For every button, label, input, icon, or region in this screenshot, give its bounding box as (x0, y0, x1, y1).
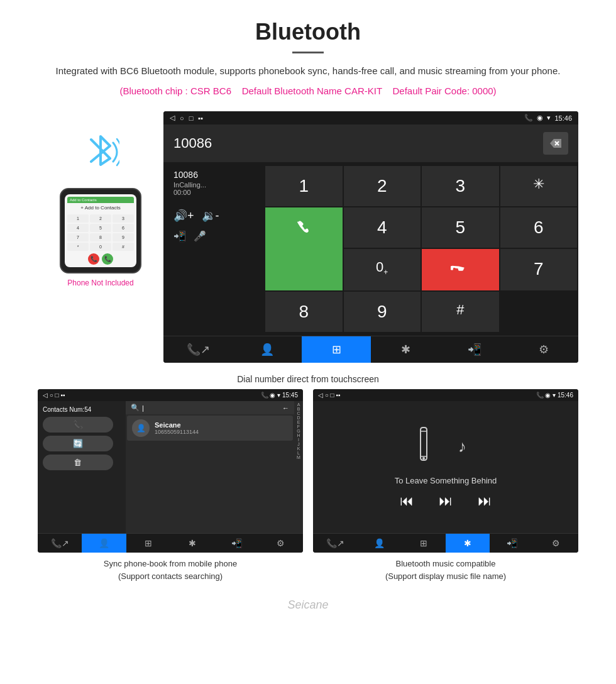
music-caption-line2: (Support display music file name) (313, 570, 578, 583)
default-name: Default Bluetooth Name CAR-KIT (242, 86, 382, 96)
svg-text:♪: ♪ (458, 437, 466, 456)
alpha-h[interactable]: H (297, 433, 300, 438)
phone-not-included-label: Phone Not Included (67, 279, 133, 287)
nav-keypad[interactable]: ⊞ (302, 336, 371, 363)
contact-number: 10655059113144 (155, 429, 199, 435)
svg-point-5 (422, 457, 425, 460)
music-nav-settings[interactable]: ⚙ (534, 534, 578, 553)
prev-track-button[interactable]: ⏮ (400, 493, 414, 509)
bottom-captions: Sync phone-book from mobile phone (Suppo… (0, 553, 616, 595)
contact-item[interactable]: 👤 Seicane 10655059113144 (127, 416, 293, 441)
alpha-b[interactable]: B (297, 407, 300, 411)
music-caption-line1: Bluetooth music compatible (313, 558, 578, 570)
call-number-display: 10086 (173, 170, 264, 180)
page-title: Bluetooth (38, 19, 578, 45)
alpha-l[interactable]: L (297, 451, 300, 455)
contacts-left-panel: Contacts Num:54 📞 🔄 🗑 (38, 401, 126, 533)
left-phone-column: Add to Contacts + Add to Contacts 123 45… (38, 111, 163, 363)
title-divider (292, 52, 324, 53)
dial-nav-bar: 📞↗ 👤 ⊞ ✱ 📲 ⚙ (163, 336, 578, 363)
dial-number-display: 10086 (173, 135, 543, 152)
volume-up-icon[interactable]: 🔊+ (173, 209, 194, 223)
contacts-status-bar: ◁ ○ □ ▪▪ 📞 ◉ ▾ 15:45 (38, 389, 303, 401)
contacts-nav-call[interactable]: 📞↗ (38, 534, 82, 553)
key-7[interactable]: 7 (500, 249, 578, 290)
contacts-caption: Sync phone-book from mobile phone (Suppo… (38, 558, 303, 582)
key-4[interactable]: 4 (344, 207, 421, 248)
key-5[interactable]: 5 (422, 207, 499, 248)
alpha-d[interactable]: D (297, 416, 300, 420)
nav-contacts[interactable]: 👤 (233, 336, 302, 363)
key-hash[interactable]: # (422, 292, 499, 332)
contacts-nav-settings[interactable]: ⚙ (259, 534, 303, 553)
music-status-right: 📞 ◉ ▾ 15:46 (536, 392, 573, 399)
play-pause-button[interactable]: ⏭ (439, 493, 453, 509)
bluetooth-info: (Bluetooth chip : CSR BC6 Default Blueto… (38, 84, 578, 99)
nav-call[interactable]: 📞↗ (163, 336, 233, 363)
alpha-m[interactable]: M (297, 455, 300, 460)
sync-button[interactable]: 🔄 (43, 436, 113, 451)
alpha-e[interactable]: E (297, 420, 300, 424)
music-status-left: ◁ ○ □ ▪▪ (318, 392, 341, 399)
search-input[interactable] (142, 404, 280, 412)
key-star[interactable]: ✳ (500, 166, 578, 206)
page-header: Bluetooth Integrated with BC6 Bluetooth … (0, 0, 616, 105)
nav-bluetooth[interactable]: ✱ (371, 336, 440, 363)
alpha-i[interactable]: I (298, 438, 299, 442)
transfer-icon[interactable]: 📲 (173, 230, 186, 242)
back-icon: ◁ (170, 114, 175, 122)
contacts-num: Contacts Num:54 (43, 406, 121, 413)
alpha-c[interactable]: C (297, 411, 300, 416)
contact-avatar: 👤 (132, 419, 150, 437)
main-caption: Dial number direct from touchscreen (0, 369, 616, 389)
music-icon-area: ♪ (413, 425, 479, 468)
alphabet-sidebar: A B C D E F G H I J K L M (294, 401, 303, 533)
music-caption: Bluetooth music compatible (Support disp… (313, 558, 578, 582)
contacts-nav-contacts[interactable]: 👤 (82, 534, 126, 553)
chip-info: (Bluetooth chip : CSR BC6 (119, 86, 231, 96)
nav-transfer[interactable]: 📲 (440, 336, 509, 363)
key-1[interactable]: 1 (265, 166, 343, 206)
recents-icon: □ (189, 114, 194, 122)
contacts-nav-keypad[interactable]: ⊞ (126, 534, 170, 553)
music-track-name: To Leave Something Behind (395, 476, 497, 485)
key-2[interactable]: 2 (344, 166, 421, 206)
alpha-a[interactable]: A (297, 402, 300, 407)
key-8[interactable]: 8 (265, 292, 343, 332)
alpha-f[interactable]: F (297, 424, 300, 429)
contacts-nav-bluetooth[interactable]: ✱ (170, 534, 214, 553)
key-3[interactable]: 3 (422, 166, 499, 206)
music-screenshot: ◁ ○ □ ▪▪ 📞 ◉ ▾ 15:46 ♪ (313, 389, 578, 553)
music-nav-transfer[interactable]: 📲 (490, 534, 534, 553)
backspace-icon[interactable]: ← (282, 404, 289, 412)
nav-settings[interactable]: ⚙ (509, 336, 578, 363)
call-end-button[interactable] (422, 249, 499, 290)
call-button[interactable]: 📞 (43, 417, 113, 433)
contacts-caption-line2: (Support contacts searching) (38, 570, 303, 583)
status-left: ◁ ○ □ ▪▪ (170, 114, 203, 122)
dial-number-area: 10086 (163, 124, 578, 162)
key-9[interactable]: 9 (344, 292, 421, 332)
music-note-icon: ♪ (457, 434, 479, 460)
music-controls: ⏮ ⏭ ⏭ (400, 493, 492, 509)
search-icon: 🔍 (131, 404, 140, 412)
call-answer-button[interactable] (265, 207, 343, 290)
music-nav-call[interactable]: 📞↗ (313, 534, 357, 553)
mute-icon[interactable]: 🎤 (194, 230, 206, 242)
backspace-button[interactable] (543, 132, 568, 155)
delete-button[interactable]: 🗑 (43, 455, 113, 470)
alpha-j[interactable]: J (297, 442, 300, 446)
contacts-nav-transfer[interactable]: 📲 (214, 534, 258, 553)
alpha-k[interactable]: K (297, 446, 300, 451)
music-nav-bluetooth[interactable]: ✱ (446, 534, 490, 553)
volume-down-icon[interactable]: 🔉- (202, 209, 219, 223)
music-nav-contacts[interactable]: 👤 (357, 534, 401, 553)
music-nav-keypad[interactable]: ⊞ (402, 534, 446, 553)
home-icon: ○ (180, 114, 184, 122)
android-dial-screen: ◁ ○ □ ▪▪ 📞 ◉ ▾ 15:46 10086 10086 InCal (163, 111, 578, 363)
bottom-screens-row: ◁ ○ □ ▪▪ 📞 ◉ ▾ 15:45 Contacts Num:54 📞 🔄… (0, 389, 616, 553)
key-6[interactable]: 6 (500, 207, 578, 248)
alpha-g[interactable]: G (297, 429, 300, 433)
key-0plus[interactable]: 0+ (344, 249, 421, 290)
next-track-button[interactable]: ⏭ (478, 493, 492, 509)
